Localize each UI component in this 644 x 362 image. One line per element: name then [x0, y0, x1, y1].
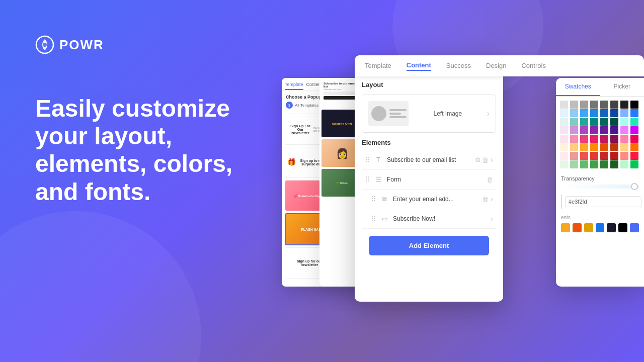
color-swatch[interactable]: [580, 135, 588, 143]
bg-decoration-1: [0, 211, 201, 362]
element-delete-2[interactable]: 🗑: [487, 176, 493, 184]
color-swatch[interactable]: [570, 135, 578, 143]
color-swatch[interactable]: [600, 160, 608, 168]
tab-template[interactable]: Template: [365, 62, 391, 70]
element-chevron-1[interactable]: ›: [491, 155, 493, 164]
color-swatch[interactable]: [630, 152, 638, 160]
drag-handle-3[interactable]: ⠿: [371, 195, 376, 203]
color-swatch[interactable]: [570, 143, 578, 151]
color-swatch[interactable]: [560, 143, 568, 151]
color-swatch[interactable]: [620, 152, 628, 160]
color-swatch[interactable]: [580, 109, 588, 117]
element-delete-3[interactable]: 🗑: [482, 196, 489, 203]
color-swatch[interactable]: [610, 109, 618, 117]
color-swatch[interactable]: [580, 152, 588, 160]
color-swatch[interactable]: [630, 126, 638, 134]
color-swatch[interactable]: [610, 126, 618, 134]
color-swatch[interactable]: [560, 101, 568, 109]
color-swatch[interactable]: [580, 118, 588, 126]
color-swatch[interactable]: [560, 152, 568, 160]
drag-handle-2[interactable]: ⠿: [365, 175, 370, 184]
color-swatch[interactable]: [620, 109, 628, 117]
color-swatch[interactable]: [630, 118, 638, 126]
recent-color-swatch[interactable]: [607, 223, 616, 232]
element-copy-1[interactable]: ⧉: [475, 156, 480, 164]
color-swatch[interactable]: [620, 143, 628, 151]
color-swatch[interactable]: [630, 101, 638, 109]
color-swatch[interactable]: [560, 118, 568, 126]
color-swatch[interactable]: [590, 152, 598, 160]
color-swatch[interactable]: [620, 160, 628, 168]
color-swatch[interactable]: [600, 126, 608, 134]
tp-tab-template[interactable]: Template: [285, 82, 303, 90]
tab-picker[interactable]: Picker: [600, 78, 645, 96]
transparency-slider[interactable]: [561, 185, 639, 189]
color-swatch[interactable]: [570, 126, 578, 134]
color-swatch[interactable]: [560, 126, 568, 134]
color-swatch[interactable]: [560, 135, 568, 143]
recent-color-swatch[interactable]: [584, 223, 593, 232]
transparency-handle[interactable]: [631, 183, 638, 190]
color-swatch[interactable]: [600, 101, 608, 109]
color-swatch[interactable]: [580, 160, 588, 168]
color-swatch[interactable]: [590, 109, 598, 117]
recent-color-swatch[interactable]: [630, 223, 639, 232]
hex-input[interactable]: [565, 196, 641, 207]
hex-color-preview[interactable]: [561, 195, 562, 209]
tab-content[interactable]: Content: [407, 61, 431, 71]
element-chevron-4[interactable]: ›: [491, 214, 493, 223]
recent-label: ents: [556, 213, 644, 221]
color-swatch[interactable]: [580, 126, 588, 134]
recent-color-swatch[interactable]: [596, 223, 605, 232]
color-swatch[interactable]: [600, 118, 608, 126]
color-swatch[interactable]: [590, 135, 598, 143]
color-swatch[interactable]: [630, 109, 638, 117]
tab-controls[interactable]: Controls: [521, 62, 545, 70]
color-swatch[interactable]: [600, 135, 608, 143]
color-swatch[interactable]: [600, 152, 608, 160]
color-swatch[interactable]: [610, 160, 618, 168]
color-swatch[interactable]: [620, 135, 628, 143]
color-swatch[interactable]: [560, 109, 568, 117]
recent-color-swatch[interactable]: [561, 223, 570, 232]
color-swatch[interactable]: [590, 143, 598, 151]
color-swatch[interactable]: [610, 135, 618, 143]
color-swatch[interactable]: [610, 143, 618, 151]
drag-handle-4[interactable]: ⠿: [371, 215, 376, 223]
color-swatch[interactable]: [580, 143, 588, 151]
layout-option[interactable]: Left Image ›: [362, 95, 496, 133]
color-swatch[interactable]: [610, 118, 618, 126]
tab-design[interactable]: Design: [486, 62, 506, 70]
color-swatch[interactable]: [570, 118, 578, 126]
color-swatch[interactable]: [600, 143, 608, 151]
color-swatch[interactable]: [630, 160, 638, 168]
add-element-button[interactable]: Add Element: [369, 236, 489, 255]
color-swatch[interactable]: [620, 126, 628, 134]
color-swatch[interactable]: [620, 101, 628, 109]
recent-color-swatch[interactable]: [618, 223, 627, 232]
color-swatch[interactable]: [590, 118, 598, 126]
tab-swatches[interactable]: Swatches: [556, 78, 600, 96]
color-swatch[interactable]: [590, 126, 598, 134]
color-swatch[interactable]: [630, 135, 638, 143]
drag-handle-1[interactable]: ⠿: [365, 156, 370, 164]
color-swatch[interactable]: [610, 152, 618, 160]
color-swatch[interactable]: [570, 160, 578, 168]
color-swatch[interactable]: [560, 160, 568, 168]
element-delete-1[interactable]: 🗑: [482, 156, 489, 164]
color-swatch[interactable]: [610, 101, 618, 109]
color-swatch[interactable]: [580, 101, 588, 109]
color-swatch[interactable]: [570, 109, 578, 117]
color-swatch[interactable]: [570, 152, 578, 160]
color-swatch[interactable]: [600, 109, 608, 117]
recent-color-swatch[interactable]: [573, 223, 582, 232]
color-swatch[interactable]: [590, 160, 598, 168]
color-swatch[interactable]: [590, 101, 598, 109]
template-count-label: All Templates: [295, 103, 318, 108]
color-swatch[interactable]: [630, 143, 638, 151]
color-swatch[interactable]: [570, 101, 578, 109]
element-chevron-3[interactable]: ›: [491, 195, 493, 204]
color-swatch[interactable]: [620, 118, 628, 126]
layout-line-3: [389, 116, 407, 118]
tab-success[interactable]: Success: [446, 62, 471, 70]
